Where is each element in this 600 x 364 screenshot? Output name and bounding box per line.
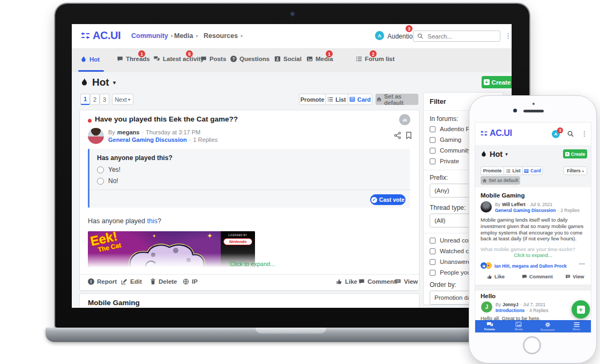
set-default-button[interactable]: Set as default xyxy=(376,94,418,105)
poll-option-no[interactable]: No! xyxy=(97,177,118,185)
list-icon xyxy=(356,56,362,62)
tab-threads[interactable]: Threads xyxy=(117,56,150,62)
post-title[interactable]: Hello xyxy=(481,293,496,299)
delete-action[interactable]: Delete xyxy=(150,278,177,285)
search-icon[interactable] xyxy=(567,131,574,137)
page-button-2[interactable]: 2 xyxy=(90,94,100,105)
hamburger-icon xyxy=(574,322,580,327)
next-page-button[interactable]: Next ▸ xyxy=(112,94,133,105)
create-button[interactable]: + Create xyxy=(563,149,587,158)
app-logo-text[interactable]: AC.UI xyxy=(93,29,121,42)
page-title-group[interactable]: Hot ▾ xyxy=(80,77,116,88)
page-button-3[interactable]: 3 xyxy=(100,94,109,105)
forum-link[interactable]: General Gaming Discussion xyxy=(495,208,556,213)
report-action[interactable]: ! Report xyxy=(88,278,117,285)
nav-forums[interactable]: Forums xyxy=(475,320,504,332)
forum-checkbox-row[interactable]: Private xyxy=(430,158,459,164)
like-action[interactable]: Like xyxy=(336,278,357,285)
app-logo-text[interactable]: AC.UI xyxy=(490,128,512,138)
author-avatar[interactable]: J xyxy=(481,301,492,313)
user-name[interactable]: Audentio xyxy=(387,33,412,40)
card-view-button[interactable]: Card xyxy=(522,166,543,175)
post-quote: What mobile games are your time-sucks? xyxy=(481,246,587,252)
comment-bubble-icon xyxy=(358,278,365,285)
author-link[interactable]: JonnyJ xyxy=(502,302,519,307)
checkbox-icon[interactable] xyxy=(430,248,436,254)
cast-vote-button[interactable]: ✔ Cast vote xyxy=(370,194,406,205)
inline-link[interactable]: this xyxy=(147,217,158,225)
post-title[interactable]: Mobile Gaming xyxy=(481,192,524,199)
create-button[interactable]: + Create xyxy=(482,76,512,88)
checkbox-icon[interactable] xyxy=(430,148,436,154)
ip-action[interactable]: IP xyxy=(183,278,198,285)
radio-icon[interactable] xyxy=(97,166,104,173)
nav-resources[interactable]: Resources xyxy=(533,320,562,332)
forum-link[interactable]: General Gaming Discussion xyxy=(108,136,187,143)
promote-button[interactable]: Promote xyxy=(299,94,326,105)
comment-action[interactable]: Comment xyxy=(522,274,553,279)
click-to-expand-link[interactable]: Click to expand... xyxy=(230,261,275,267)
thread-title[interactable]: Have you played this Eek the Cat game?? xyxy=(95,115,238,123)
filters-button[interactable]: Filters ▾ xyxy=(564,166,587,175)
tab-latest-activity[interactable]: Latest activity xyxy=(153,56,204,62)
view-action[interactable]: View xyxy=(565,274,584,279)
user-alert-badge[interactable]: 3 xyxy=(406,25,412,32)
page-title-group[interactable]: Hot ▾ xyxy=(481,150,508,158)
tab-social[interactable]: Social xyxy=(274,56,302,62)
author-link[interactable]: Will Leffert xyxy=(502,202,526,207)
nav-menu-community[interactable]: Community ▾ xyxy=(131,32,173,40)
search-box[interactable] xyxy=(413,31,500,42)
radio-icon[interactable] xyxy=(97,178,104,185)
page-button-1[interactable]: 1 xyxy=(80,94,90,105)
create-fab[interactable]: + xyxy=(572,300,590,318)
comment-action[interactable]: Comment xyxy=(358,278,396,285)
more-options-icon[interactable]: ••• xyxy=(579,261,585,266)
nav-menu[interactable]: Menu xyxy=(562,320,591,332)
reactions-link[interactable]: Ian Hitt, megans and Dalton Prock xyxy=(494,263,567,269)
checkbox-icon[interactable] xyxy=(430,270,436,276)
click-to-expand-link[interactable]: Click to expand... xyxy=(475,253,591,258)
search-input[interactable] xyxy=(426,33,488,40)
kebab-menu-icon[interactable]: ⋮ xyxy=(505,32,512,40)
set-default-button[interactable]: Set as default xyxy=(481,176,520,185)
view-action[interactable]: View xyxy=(395,278,418,285)
checkbox-icon[interactable] xyxy=(430,158,436,164)
thread-title[interactable]: Mobile Gaming xyxy=(88,299,140,307)
tab-questions[interactable]: ? Questions xyxy=(230,56,269,62)
phone-speaker xyxy=(523,110,544,112)
nav-menu-resources[interactable]: Resources ▾ xyxy=(204,32,243,40)
edit-action[interactable]: Edit xyxy=(121,278,142,285)
nav-media[interactable]: Media xyxy=(504,320,533,332)
nav-menu-media[interactable]: Media ▾ xyxy=(174,32,198,40)
forum-link[interactable]: Introductions xyxy=(496,308,524,313)
user-alert-badge[interactable]: 3 xyxy=(557,127,563,133)
list-view-button[interactable]: List xyxy=(504,166,523,175)
forum-checkbox-row[interactable]: Gaming xyxy=(430,136,461,143)
post-body: Mobile gaming lends itself well to daily… xyxy=(481,217,587,242)
kebab-menu-icon[interactable]: ⋮ xyxy=(581,130,588,138)
flame-icon xyxy=(80,56,87,63)
like-action[interactable]: Like xyxy=(487,274,505,279)
author-link[interactable]: megans xyxy=(117,129,140,135)
checkbox-icon[interactable] xyxy=(430,238,436,244)
user-avatar[interactable]: A xyxy=(375,31,384,40)
checkbox-icon[interactable] xyxy=(430,126,436,132)
post-card: Mobile Gaming By Will Leffert · Jul 9, 2… xyxy=(475,187,591,285)
author-avatar[interactable] xyxy=(481,201,492,213)
home-button[interactable] xyxy=(523,336,541,354)
poll-option-yes[interactable]: Yes! xyxy=(97,166,121,173)
promote-button[interactable]: Promote xyxy=(481,166,504,175)
tab-posts[interactable]: Posts xyxy=(200,56,226,62)
checkbox-icon[interactable] xyxy=(430,259,436,265)
tab-badge: 1 xyxy=(138,50,145,57)
author-avatar[interactable] xyxy=(88,128,104,144)
tab-hot[interactable]: Hot xyxy=(80,56,100,63)
thread-date[interactable]: Thursday at 3:17 PM xyxy=(146,129,200,135)
checkbox-icon[interactable] xyxy=(430,137,436,143)
share-icon[interactable] xyxy=(394,132,401,139)
list-view-button[interactable]: List xyxy=(325,94,348,105)
desktop-tabbar: Hot Threads 1 Latest activity 5 Posts xyxy=(72,48,512,73)
card-view-button[interactable]: Card xyxy=(348,94,372,105)
bookmark-icon[interactable] xyxy=(406,132,412,139)
tab-forum-list[interactable]: Forum list xyxy=(356,56,395,62)
